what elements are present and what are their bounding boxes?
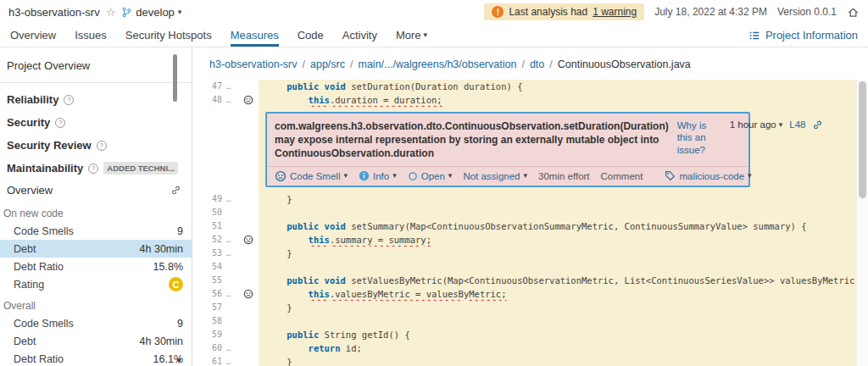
line-number[interactable]: 53 — [192, 247, 226, 260]
measure-row-rating[interactable]: RatingC — [0, 275, 192, 293]
branch-selector[interactable]: develop ▾ — [121, 6, 181, 19]
line-number[interactable]: 56 — [192, 287, 226, 301]
warning-link[interactable]: 1 warning — [593, 6, 637, 18]
tab-activity[interactable]: Activity — [342, 24, 377, 47]
measure-group-title: On new code — [0, 201, 192, 222]
content: Project Overview Reliability?Security?Se… — [0, 47, 868, 366]
measure-row-debt[interactable]: Debt4h 30min — [0, 332, 192, 350]
measure-value: 15.8% — [153, 261, 183, 273]
code-smell-gutter-icon[interactable] — [238, 233, 259, 247]
domain-label: Reliability — [7, 93, 58, 106]
issue-gutter — [238, 341, 259, 355]
code-smell-gutter-icon[interactable] — [238, 93, 259, 107]
sidebar-domain-security-review[interactable]: Security Review? — [0, 134, 192, 157]
line-number[interactable]: 55 — [192, 274, 226, 287]
sidebar-item-overview[interactable]: Overview — [0, 180, 192, 201]
tab-label: Activity — [342, 29, 377, 42]
tab-more[interactable]: More▾ — [396, 24, 427, 47]
issue-type-dropdown[interactable]: Code Smell ▾ — [275, 170, 348, 182]
project-name[interactable]: h3-observation-srv — [8, 6, 100, 19]
breadcrumb-separator: / — [303, 58, 305, 70]
issue-permalink-icon[interactable] — [812, 119, 823, 130]
permalink-icon[interactable] — [170, 185, 181, 196]
measure-row-debt[interactable]: Debt4h 30min — [0, 240, 192, 258]
line-number[interactable]: 57 — [192, 301, 226, 314]
branch-name: develop — [136, 6, 175, 19]
domain-label: Security — [7, 116, 50, 129]
breadcrumb-item[interactable]: main/.../walgreens/h3/observation — [358, 58, 516, 70]
tab-overview[interactable]: Overview — [10, 24, 56, 47]
measure-row-code-smells[interactable]: Code Smells9 — [0, 222, 192, 240]
source-line — [259, 260, 868, 274]
help-icon[interactable]: ? — [64, 95, 74, 105]
help-icon[interactable]: ? — [88, 164, 98, 174]
code-line: 58 — [192, 314, 868, 328]
measure-row-code-smells[interactable]: Code Smells9 — [0, 314, 192, 332]
line-number[interactable]: 51 — [192, 219, 226, 233]
measure-label: Rating — [14, 279, 44, 291]
help-icon[interactable]: ? — [97, 141, 107, 151]
line-number[interactable]: 54 — [192, 260, 226, 274]
duplication-marker — [226, 219, 238, 233]
why-is-this-an-issue-link[interactable]: Why is this an issue? — [677, 119, 721, 161]
tab-issues[interactable]: Issues — [75, 24, 107, 47]
issue-severity-dropdown[interactable]: Info ▾ — [359, 170, 397, 181]
code-scrollbar[interactable] — [856, 80, 868, 366]
line-number[interactable]: 52 — [192, 233, 226, 247]
rating-badge: C — [169, 277, 183, 291]
issue-tags-dropdown[interactable]: malicious-code ▾ — [665, 170, 751, 181]
measure-label: Code Smells — [14, 225, 74, 237]
line-number[interactable]: 58 — [192, 314, 226, 328]
code-line: 51 public void setSummary(Map<Continuous… — [192, 219, 868, 233]
line-number[interactable]: 48 — [192, 93, 226, 107]
measure-row-debt-ratio[interactable]: Debt Ratio16.1% — [0, 350, 192, 366]
code-scrollbar-thumb[interactable] — [859, 81, 866, 198]
source-line: public void setSummary(Map<ContinuousObs… — [259, 219, 868, 233]
source-line: } — [259, 301, 868, 314]
breadcrumb-item[interactable]: app/src — [310, 58, 345, 70]
project-nav: OverviewIssuesSecurity HotspotsMeasuresC… — [0, 24, 868, 47]
tab-measures[interactable]: Measures — [231, 24, 279, 47]
code-area: 47… public void setDuration(Duration dur… — [192, 80, 868, 366]
tab-security-hotspots[interactable]: Security Hotspots — [125, 24, 212, 47]
line-number[interactable]: 61 — [192, 355, 226, 366]
measure-row-debt-ratio[interactable]: Debt Ratio15.8% — [0, 258, 192, 275]
issue-tag-label: malicious-code — [679, 171, 744, 181]
issue-row: com.walgreens.h3.observation.dto.Continu… — [192, 107, 868, 192]
line-number[interactable]: 47 — [192, 80, 226, 93]
line-number[interactable]: 59 — [192, 328, 226, 341]
help-icon[interactable]: ? — [55, 118, 65, 128]
project-information-button[interactable]: Project Information — [748, 24, 858, 47]
code-line: 55 public void setValuesByMetric(Map<Con… — [192, 274, 868, 287]
chevron-down-icon: ▾ — [424, 31, 428, 39]
line-number[interactable]: 50 — [192, 206, 226, 219]
home-icon[interactable] — [847, 6, 860, 19]
line-number[interactable]: 49 — [192, 192, 226, 206]
issue-line-link[interactable]: L48 — [789, 119, 805, 130]
breadcrumb-item[interactable]: h3-observation-srv — [209, 58, 298, 70]
issue-region: com.walgreens.h3.observation.dto.Continu… — [259, 107, 868, 192]
sidebar-domain-reliability[interactable]: Reliability? — [0, 88, 192, 111]
code-smell-gutter-icon[interactable] — [238, 287, 259, 301]
sidebar-item-project-overview[interactable]: Project Overview — [0, 54, 192, 82]
topbar-right: ! Last analysis had 1 warning July 18, 2… — [484, 3, 860, 20]
source-line: this.summary = summary; — [259, 233, 868, 247]
issue-age-dropdown[interactable]: 1 hour ago ▾ — [730, 119, 783, 130]
issue-gutter — [238, 206, 259, 219]
comment-button[interactable]: Comment — [601, 171, 643, 181]
issue-status-dropdown[interactable]: Open ▾ — [408, 171, 453, 181]
tab-code[interactable]: Code — [298, 24, 324, 47]
breadcrumb-item[interactable]: dto — [530, 58, 544, 70]
issue-message: com.walgreens.h3.observation.dto.Continu… — [275, 119, 669, 161]
line-number[interactable]: 60 — [192, 341, 226, 355]
sidebar-scrollbar[interactable] — [173, 54, 177, 102]
tab-label: Security Hotspots — [125, 29, 212, 42]
issue-gutter — [238, 355, 259, 366]
issue-assignee-dropdown[interactable]: Not assigned ▾ — [463, 171, 527, 181]
issue-gutter — [238, 260, 259, 274]
sidebar-domain-security[interactable]: Security? — [0, 111, 192, 134]
sidebar-domain-maintainability[interactable]: Maintainability?ADDED TECHNI... — [0, 157, 192, 180]
source-line: } — [259, 247, 868, 260]
favorite-star-icon[interactable]: ☆ — [106, 7, 116, 18]
scroll-down-chevron-icon[interactable]: ▾ — [176, 355, 181, 366]
